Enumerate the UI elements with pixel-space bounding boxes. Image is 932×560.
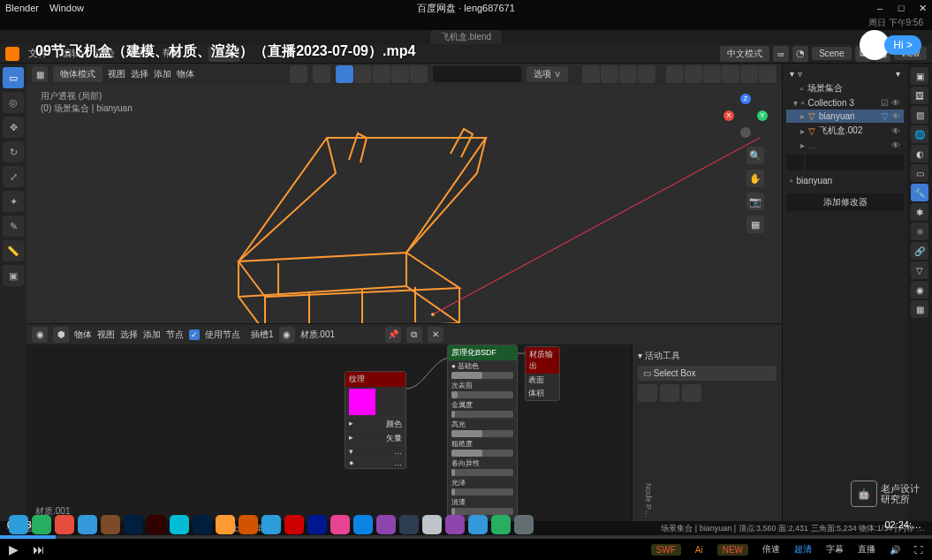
view-wire-icon[interactable] — [703, 65, 721, 83]
ai-icon[interactable]: Ai — [695, 545, 703, 555]
sphere-preview-icon[interactable]: ◉ — [279, 327, 295, 343]
constraint-tab-icon[interactable]: 🔗 — [911, 242, 928, 260]
camera-icon[interactable]: 📷 — [746, 193, 764, 210]
dock-ai-icon[interactable] — [147, 515, 166, 534]
dock-finder-icon[interactable] — [9, 515, 28, 534]
active-tool-header[interactable]: ▾ 活动工具 — [638, 350, 777, 362]
physics-tab-icon[interactable]: ⚛ — [911, 223, 928, 240]
prop-edit-icon[interactable] — [373, 65, 390, 83]
data-tab-icon[interactable]: ▽ — [911, 261, 928, 279]
dock-app-icon[interactable] — [284, 515, 304, 534]
output-node[interactable]: 材质输出 表面 体积 — [525, 346, 560, 401]
object-tab-icon[interactable]: ▭ — [911, 164, 928, 182]
close-node-icon[interactable]: ✕ — [428, 327, 443, 343]
editor-type-icon[interactable]: ▦ — [32, 66, 48, 82]
dock-app-icon[interactable] — [78, 515, 97, 534]
scene-tab-icon[interactable]: 🌐 — [911, 125, 928, 143]
measure-tool-icon[interactable]: 📏 — [3, 240, 24, 261]
outliner-item-sel[interactable]: ▸▽ bianyuan▽ 👁 — [786, 110, 904, 123]
search-icon[interactable] — [786, 155, 804, 170]
options-dropdown[interactable]: 选项 ∨ — [527, 66, 568, 82]
pivot-icon[interactable] — [313, 65, 330, 83]
nav-gizmo[interactable]: Z X Y — [724, 94, 768, 138]
overlay-icon[interactable]: ◔ — [792, 46, 808, 62]
magnet-icon[interactable] — [391, 65, 409, 83]
outliner-item[interactable]: ▸▽ 飞机盒.002👁 — [786, 123, 904, 139]
tool-icon-2[interactable] — [660, 384, 679, 402]
overlay-toggle-icon[interactable] — [666, 65, 684, 83]
mode-dropdown[interactable]: 物体模式 — [53, 66, 102, 82]
scene-dropdown[interactable]: Scene — [812, 47, 851, 60]
collection-row[interactable]: ▾ ▫ Collection 3☑ 👁 — [786, 96, 904, 110]
snap-icon[interactable] — [336, 65, 353, 83]
3d-viewport[interactable]: 用户透视 (局部) (0) 场景集合 | bianyuan — [27, 85, 782, 323]
dock-app-icon[interactable] — [491, 515, 511, 534]
addcube-tool-icon[interactable]: ▣ — [3, 265, 24, 286]
copy-icon[interactable]: ⧉ — [406, 327, 422, 343]
dock-trash-icon[interactable] — [514, 515, 534, 534]
dock-app-icon[interactable] — [193, 515, 212, 534]
particle-tab-icon[interactable]: ✱ — [911, 203, 928, 221]
dock-app-icon[interactable] — [445, 515, 465, 534]
render-tab-icon[interactable]: ▣ — [911, 67, 928, 85]
move-tool-icon[interactable]: ✥ — [3, 117, 24, 138]
dock-app-icon[interactable] — [399, 515, 419, 534]
speed-button[interactable]: 倍速 — [762, 543, 780, 556]
window-menu[interactable]: Window — [49, 3, 84, 13]
lookback-button[interactable]: 直播 — [858, 543, 875, 556]
texture-node[interactable]: 纹理 ▸颜色 ▸矢量 ▾… ●… — [345, 371, 406, 469]
maximize-icon[interactable]: □ — [897, 3, 905, 14]
view-solid-icon[interactable] — [722, 65, 739, 83]
orientation-icon[interactable] — [290, 65, 307, 83]
dock-app-icon[interactable] — [468, 515, 488, 534]
dock-app-icon[interactable] — [170, 515, 189, 534]
object-name-field[interactable]: ▫ bianyuan — [786, 173, 904, 188]
modifier-tab-icon[interactable]: 🔧 — [911, 184, 928, 201]
dock-ps-icon[interactable] — [124, 515, 143, 534]
node-menu-view[interactable]: 视图 — [97, 329, 115, 341]
close-icon[interactable]: ✕ — [918, 3, 927, 14]
outliner-item-more[interactable]: ▸ … 👁 — [786, 139, 904, 152]
vp-menu-object[interactable]: 物体 — [177, 68, 194, 80]
play-button[interactable]: ▶ — [9, 542, 19, 556]
rotate-tool-icon[interactable]: ↻ — [3, 141, 24, 163]
xray-icon[interactable] — [685, 65, 702, 83]
texture-tab-icon[interactable]: ▦ — [911, 300, 928, 318]
output-tab-icon[interactable]: 🖼 — [911, 87, 928, 104]
dock-app-icon[interactable] — [32, 515, 51, 534]
next-button[interactable]: ⏭ — [33, 542, 45, 556]
hand-icon[interactable]: ✋ — [746, 170, 764, 187]
shading-solid-icon[interactable] — [601, 65, 618, 83]
grid-icon[interactable]: ▦ — [746, 216, 764, 233]
transform-tool-icon[interactable]: ✦ — [3, 191, 24, 212]
node-menu-node[interactable]: 节点 — [166, 329, 184, 341]
pin-icon[interactable]: 📌 — [385, 327, 401, 343]
dock-app-icon[interactable] — [261, 515, 281, 534]
share-icon[interactable]: ∞ — [773, 46, 789, 62]
dock-app-icon[interactable] — [353, 515, 373, 534]
vp-menu-select[interactable]: 选择 — [131, 68, 148, 80]
use-nodes-checkbox[interactable]: ✓ — [189, 329, 200, 340]
dock-app-icon[interactable] — [376, 515, 396, 534]
shading-rendered-icon[interactable] — [638, 65, 655, 83]
material-tab-icon[interactable]: ◉ — [911, 281, 928, 299]
bsdf-node[interactable]: 原理化BSDF ● 基础色 次表面 金属度 高光 粗糙度 各向异性 光泽 清漆 … — [447, 344, 518, 521]
dock-app-icon[interactable] — [239, 515, 258, 534]
shading-wire-icon[interactable] — [582, 65, 600, 83]
node-p-tab[interactable]: Node P… — [644, 483, 653, 518]
properties-search[interactable] — [806, 155, 904, 170]
quality-button[interactable]: 超清 — [794, 543, 812, 556]
dock-app-icon[interactable] — [422, 515, 442, 534]
select-box-tool[interactable]: ▭ Select Box — [638, 366, 777, 381]
dock-app-icon[interactable] — [330, 515, 350, 534]
scene-collection[interactable]: ▫ 场景集合 — [786, 80, 904, 96]
viewlayer-tab-icon[interactable]: ▧ — [911, 106, 928, 124]
minimize-icon[interactable]: – — [875, 3, 884, 14]
editor-type-icon[interactable]: ◉ — [32, 327, 48, 343]
add-modifier-button[interactable]: 添加修改器 — [786, 193, 904, 211]
gizmo-icon[interactable] — [410, 65, 428, 83]
snap-target-icon[interactable] — [354, 65, 372, 83]
outliner-filter-icon[interactable]: ▾ — [790, 69, 794, 79]
select-tool-icon[interactable]: ▭ — [3, 67, 24, 88]
node-tree-icon[interactable]: ⬢ — [53, 327, 69, 343]
